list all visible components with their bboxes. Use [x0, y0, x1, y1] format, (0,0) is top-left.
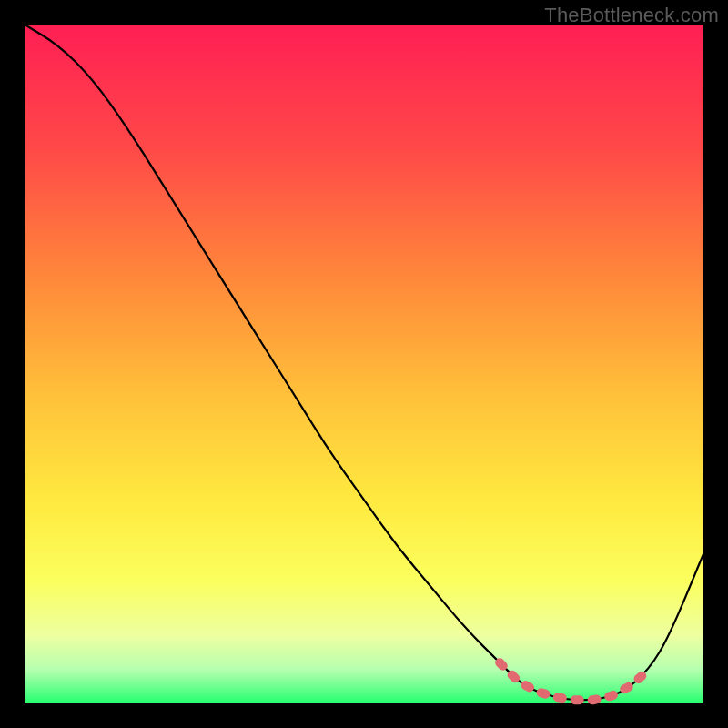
bottleneck-plot — [0, 0, 728, 728]
chart-frame: TheBottleneck.com — [0, 0, 728, 728]
watermark-text: TheBottleneck.com — [544, 4, 719, 27]
